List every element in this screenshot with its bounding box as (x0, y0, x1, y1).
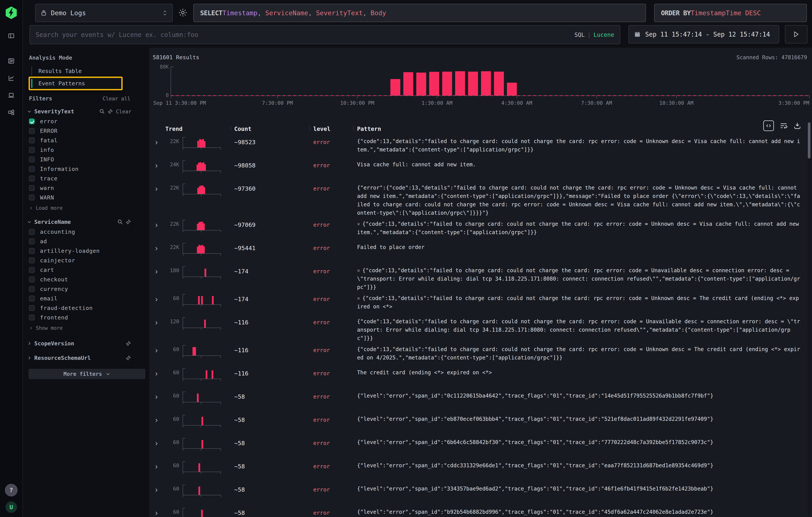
row-expander[interactable] (153, 220, 162, 228)
filter-option[interactable]: ERROR (29, 126, 149, 136)
checkbox-unchecked[interactable] (29, 128, 35, 134)
filter-option[interactable]: WARN (29, 193, 149, 202)
charts-nav-icon[interactable] (8, 75, 14, 82)
chevron-down-icon[interactable] (27, 220, 32, 224)
pattern-row[interactable]: 60 ~58 error {"level":"error","span_id":… (153, 435, 801, 459)
checkbox-unchecked[interactable] (29, 238, 35, 244)
checkbox-unchecked[interactable] (29, 258, 35, 263)
clear-all-button[interactable]: Clear all (103, 96, 130, 102)
row-expander[interactable] (153, 415, 162, 423)
checkbox-unchecked[interactable] (29, 185, 35, 191)
row-expander[interactable] (153, 485, 162, 493)
gear-icon[interactable] (178, 8, 188, 18)
row-expander[interactable] (153, 243, 162, 251)
column-header-pattern[interactable]: Pattern (357, 125, 381, 132)
resource-schema-url-group[interactable]: ResourceSchemaUrl (27, 355, 132, 361)
pattern-row[interactable]: 22K ~95441 error Failed to place order (153, 240, 801, 264)
pattern-row[interactable]: 60 ~58 error {"level":"error","span_id":… (153, 459, 801, 482)
checkbox-unchecked[interactable] (29, 277, 35, 282)
pin-icon[interactable] (126, 341, 132, 346)
more-filters-button[interactable]: More filters (29, 369, 145, 379)
vertical-scrollbar[interactable] (807, 121, 811, 515)
checkbox-unchecked[interactable] (29, 147, 35, 153)
service-show-more[interactable]: Show more (29, 324, 149, 332)
filter-option[interactable]: error (29, 117, 149, 126)
order-by-input[interactable]: ORDER BY TimestampTime DESC (654, 4, 807, 22)
dashboards-nav-icon[interactable] (8, 109, 14, 116)
row-expander[interactable] (153, 345, 162, 353)
analysis-mode-option[interactable]: Event Patterns (31, 78, 121, 89)
logs-nav-icon[interactable] (8, 58, 14, 64)
filter-option[interactable]: cainjector (29, 256, 149, 265)
checkbox-unchecked[interactable] (29, 248, 35, 254)
download-icon[interactable] (793, 122, 801, 130)
checkbox-unchecked[interactable] (29, 267, 35, 273)
view-code-icon[interactable] (763, 120, 774, 131)
row-expander[interactable] (153, 508, 162, 516)
wrap-lines-icon[interactable] (780, 122, 788, 130)
filter-option[interactable]: fatal (29, 136, 149, 145)
filter-option[interactable]: frontend (29, 313, 149, 322)
checkbox-unchecked[interactable] (29, 176, 35, 181)
time-range-picker[interactable]: Sep 11 15:47:14 - Sep 12 15:47:14 (629, 25, 779, 44)
search-input[interactable]: Search your events w/ Lucene ex. column:… (30, 25, 620, 44)
column-header-trend[interactable]: Trend (162, 125, 234, 132)
pattern-row[interactable]: 22K ~97360 error {"error":{"code":13,"de… (153, 181, 801, 217)
help-button[interactable]: ? (5, 484, 18, 496)
search-icon[interactable] (99, 109, 105, 114)
row-expander[interactable] (153, 137, 162, 145)
scope-version-group[interactable]: ScopeVersion (27, 340, 132, 347)
row-expander[interactable] (153, 461, 162, 469)
row-expander[interactable] (153, 392, 162, 400)
severity-load-more[interactable]: Load more (29, 204, 149, 212)
sidebar-toggle-icon[interactable] (8, 32, 14, 39)
checkbox-unchecked[interactable] (29, 138, 35, 143)
filter-option[interactable]: email (29, 294, 149, 303)
filter-option[interactable]: Information (29, 164, 149, 174)
checkbox-unchecked[interactable] (29, 315, 35, 320)
checkbox-unchecked[interactable] (29, 229, 35, 235)
row-expander[interactable] (153, 368, 162, 376)
sessions-nav-icon[interactable] (8, 92, 14, 99)
pin-icon[interactable] (126, 355, 132, 361)
filter-option[interactable]: warn (29, 183, 149, 193)
pattern-row[interactable]: 120 ~116 error {"code":13,"details":"fai… (153, 315, 801, 343)
row-expander[interactable] (153, 184, 162, 192)
filter-option[interactable]: checkout (29, 275, 149, 284)
run-query-button[interactable] (785, 25, 807, 44)
row-expander[interactable] (153, 161, 162, 168)
filter-option[interactable]: ad (29, 237, 149, 246)
pattern-row[interactable]: 60 ~58 error {"level":"error","span_id":… (153, 482, 801, 505)
pattern-row[interactable]: 22K ~97069 error ×{"code":13,"details":"… (153, 217, 801, 240)
pin-icon[interactable] (126, 219, 132, 225)
filter-option[interactable]: artillery-loadgen (29, 246, 149, 256)
filter-option[interactable]: trace (29, 174, 149, 183)
chevron-down-icon[interactable] (27, 109, 32, 114)
analysis-mode-option[interactable]: Results Table (31, 65, 149, 77)
severity-clear-button[interactable]: Clear (116, 109, 132, 114)
pattern-row[interactable]: 60 ~174 error ×{"code":13,"details":"fai… (153, 291, 801, 315)
row-expander[interactable] (153, 266, 162, 274)
checkbox-unchecked[interactable] (29, 195, 35, 200)
column-resize-handle[interactable]: ⋮ (307, 125, 312, 131)
search-mode-sql[interactable]: SQL (574, 31, 585, 38)
column-resize-handle[interactable]: ⋮ (351, 125, 356, 131)
filter-option[interactable]: fraud-detection (29, 303, 149, 313)
pattern-row[interactable]: 60 ~116 error The credit card (ending <*… (153, 366, 801, 389)
pattern-row[interactable]: 60 ~58 error {"level":"error","span_id":… (153, 505, 801, 517)
pattern-row[interactable]: 24K ~98058 error Visa cache full: cannot… (153, 158, 801, 181)
column-resize-handle[interactable]: ⋮ (228, 125, 233, 131)
row-expander[interactable] (153, 438, 162, 446)
pattern-row[interactable]: 60 ~58 error {"level":"error","span_id":… (153, 389, 801, 412)
checkbox-unchecked[interactable] (29, 166, 35, 172)
pattern-row[interactable]: 180 ~174 error ×{"code":13,"details":"fa… (153, 264, 801, 291)
source-select[interactable]: Demo Logs (35, 4, 173, 22)
row-expander[interactable] (153, 317, 162, 325)
user-avatar[interactable]: U (5, 501, 17, 513)
pattern-row[interactable]: 60 ~116 error {"code":13,"details":"fail… (153, 343, 801, 366)
column-header-level[interactable]: level (313, 125, 330, 132)
search-mode-lucene[interactable]: Lucene (593, 31, 614, 38)
search-icon[interactable] (117, 219, 123, 225)
severity-group-name[interactable]: SeverityText (34, 108, 96, 115)
filter-option[interactable]: cart (29, 265, 149, 275)
